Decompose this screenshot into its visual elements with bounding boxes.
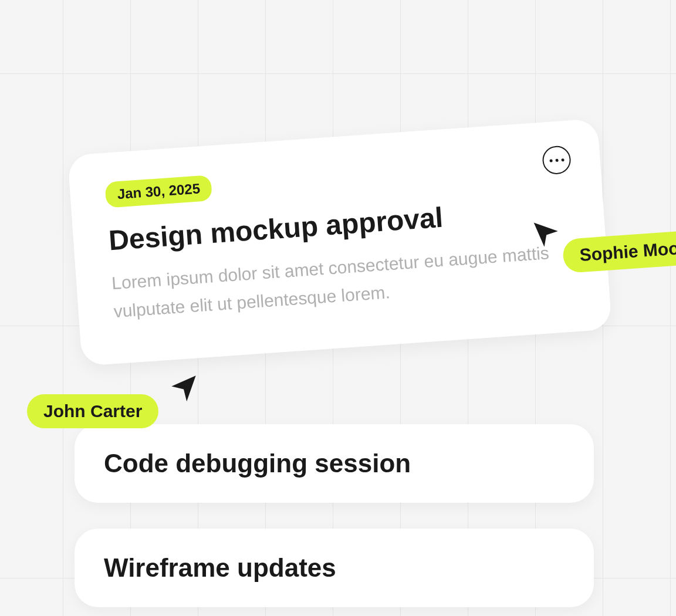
task-card[interactable]: Code debugging session [75, 424, 594, 503]
dot-icon [555, 158, 558, 161]
dot-icon [549, 159, 552, 162]
date-badge: Jan 30, 2025 [104, 175, 212, 208]
task-card-main[interactable]: Jan 30, 2025 Design mockup approval Lore… [67, 119, 612, 366]
dot-icon [561, 158, 564, 161]
task-title: Code debugging session [104, 449, 565, 478]
collaborator-name: John Carter [27, 394, 158, 428]
more-options-button[interactable] [542, 145, 572, 175]
cursor-icon [165, 370, 202, 406]
canvas: Jan 30, 2025 Design mockup approval Lore… [0, 0, 676, 616]
task-title: Wireframe updates [104, 553, 565, 583]
collaborator-cursor: John Carter [165, 370, 202, 406]
task-card[interactable]: Wireframe updates [75, 529, 594, 607]
